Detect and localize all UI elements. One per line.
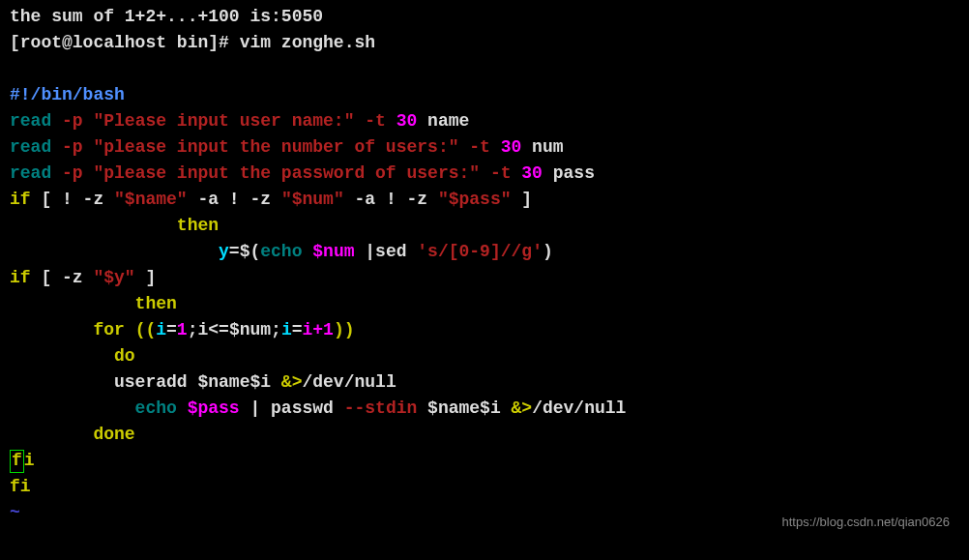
then-line-1: then [10,213,959,239]
then-line-2: then [10,291,959,317]
blank-line [10,56,959,82]
if-line-1: if [ ! -z "$name" -a ! -z "$num" -a ! -z… [10,187,959,213]
read-line-2: read -p "please input the number of user… [10,134,959,161]
useradd-line: useradd $name$i &>/dev/null [10,369,959,396]
done-line: done [10,422,959,448]
shebang-line: #!/bin/bash [10,82,959,108]
terminal-output[interactable]: the sum of 1+2+...+100 is:5050 [root@loc… [10,4,959,526]
y-assign-line: y=$(echo $num |sed 's/[0-9]//g') [10,239,959,265]
read-line-3: read -p "please input the password of us… [10,161,959,187]
read-line-1: read -p "Please input user name:" -t 30 … [10,108,959,134]
fi-line-1: fi [10,448,959,474]
prev-output: the sum of 1+2+...+100 is:5050 [10,4,959,30]
shell-prompt: [root@localhost bin]# vim zonghe.sh [10,30,959,56]
watermark: https://blog.csdn.net/qian0626 [782,513,950,532]
if-line-2: if [ -z "$y" ] [10,265,959,291]
do-line: do [10,343,959,369]
fi-line-2: fi [10,474,959,500]
cursor: f [10,450,24,473]
for-line: for ((i=1;i<=$num;i=i+1)) [10,317,959,343]
echo-passwd-line: echo $pass | passwd --stdin $name$i &>/d… [10,396,959,422]
